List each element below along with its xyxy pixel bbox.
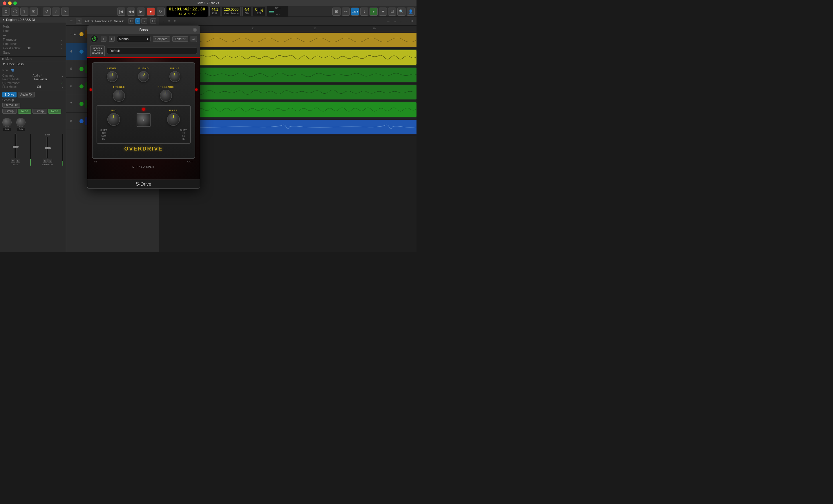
arr-fit-btn[interactable]: ⊞ <box>409 19 414 23</box>
smart-btn[interactable]: 1234 <box>351 7 359 16</box>
metronome-button[interactable]: ♩ <box>360 7 368 16</box>
cycle-button[interactable]: ↻ <box>157 7 165 16</box>
functions-menu-button[interactable]: Functions ▼ <box>95 19 112 23</box>
knob2-container: 0.0 <box>16 118 25 131</box>
close-button[interactable] <box>3 1 6 5</box>
track-play-1[interactable]: ▶ <box>74 32 78 36</box>
group-read-row1: Group Read Group Read <box>2 109 64 114</box>
maximize-button[interactable] <box>13 1 17 5</box>
track-play-6[interactable] <box>74 85 78 89</box>
drive-knob[interactable] <box>169 71 181 82</box>
minimize-button[interactable] <box>8 1 11 5</box>
plugin-close-button[interactable]: ✕ <box>193 28 197 32</box>
info-button[interactable]: ⓘ <box>11 7 19 16</box>
play-button[interactable]: ▶ <box>137 7 145 16</box>
scissors-button[interactable]: ✂ <box>61 7 69 16</box>
fader2-m-btn[interactable]: M <box>43 159 48 163</box>
blend-knob[interactable] <box>138 71 149 82</box>
fader1-thumb[interactable] <box>13 146 19 148</box>
check-button[interactable]: ☑ <box>388 7 396 16</box>
person-button[interactable]: 👤 <box>407 7 415 16</box>
track-color-fx[interactable] <box>79 119 84 123</box>
sdrive-button[interactable]: S-Drive <box>2 92 17 97</box>
track-color-bass[interactable] <box>79 50 84 54</box>
add-folder-button[interactable]: ⊡ <box>76 19 82 23</box>
waveform-icon: ≋ <box>10 68 14 73</box>
bass-knob[interactable] <box>167 113 180 126</box>
plugin-power-button[interactable]: ⏻ <box>90 35 98 43</box>
save-button[interactable]: ⊡ <box>2 7 10 16</box>
volume-knob1[interactable] <box>2 118 11 127</box>
track-color-drums[interactable] <box>79 32 84 36</box>
track-play-4[interactable] <box>74 50 78 54</box>
group-button2[interactable]: Group <box>32 109 47 114</box>
read-button2[interactable]: Read <box>48 109 62 114</box>
fader2-track[interactable] <box>46 137 49 158</box>
channel-arrow: ⌄ <box>61 74 64 77</box>
edit-menu-button[interactable]: Edit ▼ <box>85 19 93 23</box>
split-button[interactable]: ⇌ <box>52 7 60 16</box>
read-button1[interactable]: Read <box>18 109 31 114</box>
arr-scroll-down[interactable]: ↓ <box>404 19 408 23</box>
compare-button[interactable]: Compare <box>153 36 170 42</box>
blend-knob-group: BLEND <box>138 67 149 82</box>
hex-knob[interactable] <box>137 113 150 127</box>
audio-fx-button[interactable]: Audio FX <box>18 92 35 97</box>
flex-follow-value: Off ⌄ <box>27 46 63 50</box>
preset-name-input[interactable]: Default <box>107 48 197 54</box>
rewind-button[interactable]: ◀◀ <box>127 7 135 16</box>
grid-view-btn[interactable]: ⊞ <box>128 18 134 24</box>
level-knob[interactable] <box>107 71 118 82</box>
fader2-thumb[interactable] <box>45 147 51 149</box>
fader1-track[interactable] <box>14 134 17 158</box>
preset-name-bar: MODERN MUSIC SOLUTIONS Default <box>87 44 200 58</box>
preset-name: Manual <box>119 37 129 41</box>
arr-scroll-left[interactable]: ← <box>386 19 391 23</box>
track-color-gtrlead[interactable] <box>79 102 84 106</box>
more-button[interactable]: ▶ More <box>0 56 66 61</box>
toggle-button[interactable]: ● <box>370 7 378 16</box>
track-icon-row: Icon: ≋ <box>2 67 64 74</box>
record-button[interactable]: ● <box>147 7 155 16</box>
collapse-btn[interactable]: ⌄ <box>141 18 147 24</box>
arr-zoom-out-btn[interactable]: ⊖ <box>172 19 177 23</box>
mid-knob[interactable] <box>107 113 120 126</box>
arr-scroll-up[interactable]: ↑ <box>399 19 403 23</box>
fader1-m-btn[interactable]: M <box>11 159 15 163</box>
track-color-gtrl[interactable] <box>79 67 84 71</box>
fine-tune-value: ⌄ <box>27 42 63 46</box>
note-button[interactable]: ✉ <box>30 7 38 16</box>
stereo-out-button[interactable]: Stereo Out <box>2 103 20 107</box>
search-button[interactable]: 🔍 <box>397 7 405 16</box>
link-button[interactable]: ∞ <box>191 36 197 42</box>
fader1-s-btn[interactable]: S <box>16 159 20 163</box>
track-play-5[interactable] <box>74 67 78 71</box>
track-color-gtrr[interactable] <box>79 85 84 89</box>
loop-button[interactable]: ↺ <box>43 7 51 16</box>
channel-row: Channel: Audio 4 ⌄ <box>2 74 64 77</box>
list-view-btn[interactable]: ≡ <box>135 18 140 24</box>
go-to-start-button[interactable]: |◀ <box>117 7 125 16</box>
treble-knob[interactable] <box>113 90 125 102</box>
presence-knob[interactable] <box>160 90 172 102</box>
edit-button[interactable]: ✏ <box>342 7 350 16</box>
plugin-prev-button[interactable]: ‹ <box>101 36 106 42</box>
group-button1[interactable]: Group <box>2 109 17 114</box>
track-play-7[interactable] <box>74 102 78 106</box>
plugin-preset-dropdown[interactable]: Manual ▾ <box>117 36 150 42</box>
help-button[interactable]: ? <box>20 7 28 16</box>
resize-btn[interactable]: ⊡ <box>150 18 156 24</box>
add-track-button[interactable]: + <box>68 18 74 24</box>
plugin-next-button[interactable]: › <box>109 36 115 42</box>
list-button[interactable]: ≡ <box>379 7 387 16</box>
volume-knob2[interactable] <box>16 118 25 127</box>
arr-back-btn[interactable]: ↑ <box>161 19 165 23</box>
freeze-arrow: ⌄ <box>61 78 64 81</box>
fader2-s-btn[interactable]: S <box>48 159 52 163</box>
track-play-8[interactable] <box>74 119 78 123</box>
editor-button[interactable]: Editor ▽ <box>172 36 188 42</box>
mixer-button[interactable]: ⊞ <box>332 7 340 16</box>
arr-scroll-right[interactable]: → <box>392 19 398 23</box>
view-menu-button[interactable]: View ▼ <box>114 19 124 23</box>
arr-zoom-in-btn[interactable]: ⊕ <box>166 19 171 23</box>
